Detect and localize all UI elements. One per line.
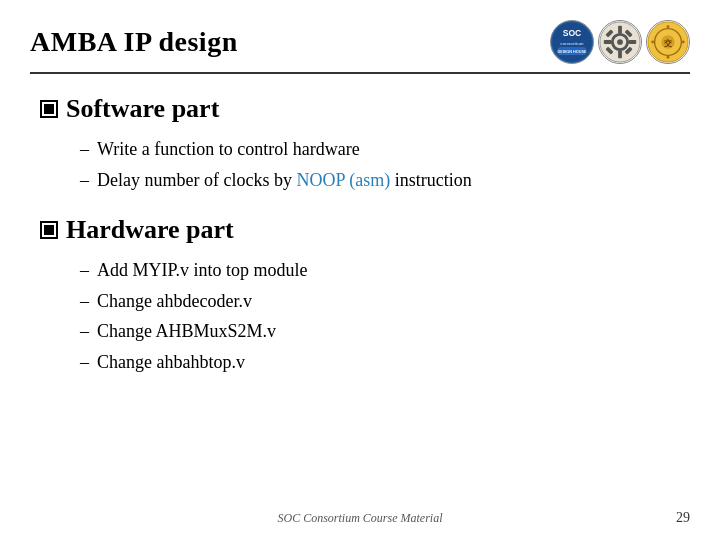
svg-point-7: [617, 39, 623, 45]
svg-rect-9: [618, 51, 622, 59]
software-section-title: Software part: [66, 94, 219, 124]
dash-icon-5: –: [80, 316, 89, 347]
svg-point-20: [667, 25, 670, 28]
dash-icon-3: –: [80, 255, 89, 286]
svg-text:consortium: consortium: [560, 41, 584, 46]
svg-text:DESIGN HOUSE: DESIGN HOUSE: [557, 50, 587, 54]
svg-rect-10: [604, 40, 612, 44]
slide-content: Software part – Write a function to cont…: [30, 90, 690, 520]
hardware-section-heading: Hardware part: [40, 215, 690, 245]
svg-point-22: [651, 41, 654, 44]
hardware-checkbox-icon: [40, 221, 58, 239]
slide-footer: SOC Consortium Course Material: [0, 511, 720, 526]
hardware-bullet-4-text: Change ahbahbtop.v: [97, 347, 245, 378]
dash-icon-2: –: [80, 165, 89, 196]
hardware-bullet-list: – Add MYIP.v into top module – Change ah…: [40, 255, 690, 377]
slide-header: AMBA IP design SOC consortium DESIGN HOU…: [30, 20, 690, 74]
hardware-bullet-3-text: Change AHBMuxS2M.v: [97, 316, 276, 347]
hardware-bullet-2: – Change ahbdecoder.v: [80, 286, 690, 317]
software-checkbox-icon: [40, 100, 58, 118]
footer-text: SOC Consortium Course Material: [277, 511, 442, 526]
software-section-heading: Software part: [40, 94, 690, 124]
dash-icon-6: –: [80, 347, 89, 378]
svg-point-21: [667, 56, 670, 59]
svg-rect-8: [618, 26, 622, 34]
software-bullet-list: – Write a function to control hardware –…: [40, 134, 690, 195]
hardware-bullet-1-text: Add MYIP.v into top module: [97, 255, 308, 286]
software-bullet-2-text: Delay number of clocks by NOOP (asm) ins…: [97, 165, 472, 196]
svg-point-23: [682, 41, 685, 44]
software-bullet-1-text: Write a function to control hardware: [97, 134, 360, 165]
noop-highlight: NOOP (asm): [296, 170, 390, 190]
svg-text:交: 交: [664, 38, 673, 48]
software-bullet-1: – Write a function to control hardware: [80, 134, 690, 165]
emblem-logo: 交: [646, 20, 690, 64]
svg-text:SOC: SOC: [563, 28, 582, 38]
logo-group: SOC consortium DESIGN HOUSE: [550, 20, 690, 64]
software-bullet-2: – Delay number of clocks by NOOP (asm) i…: [80, 165, 690, 196]
svg-rect-11: [629, 40, 637, 44]
dash-icon-4: –: [80, 286, 89, 317]
soc-logo: SOC consortium DESIGN HOUSE: [550, 20, 594, 64]
hardware-bullet-3: – Change AHBMuxS2M.v: [80, 316, 690, 347]
hardware-bullet-1: – Add MYIP.v into top module: [80, 255, 690, 286]
hardware-bullet-2-text: Change ahbdecoder.v: [97, 286, 252, 317]
slide-title: AMBA IP design: [30, 26, 238, 58]
hardware-bullet-4: – Change ahbahbtop.v: [80, 347, 690, 378]
page-number: 29: [676, 510, 690, 526]
gear-logo: [598, 20, 642, 64]
hardware-section-title: Hardware part: [66, 215, 234, 245]
slide: AMBA IP design SOC consortium DESIGN HOU…: [0, 0, 720, 540]
dash-icon-1: –: [80, 134, 89, 165]
